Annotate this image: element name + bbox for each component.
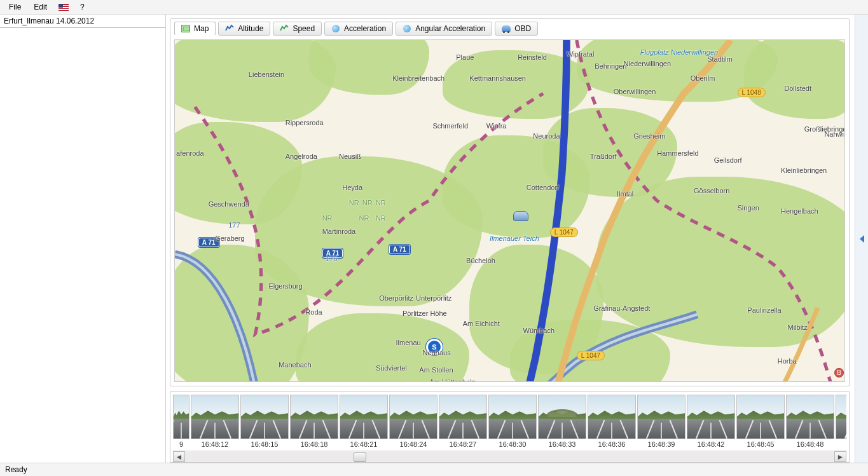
- map-label: Rippersroda: [286, 119, 324, 126]
- thumbnail[interactable]: 16:48:36: [588, 395, 636, 451]
- status-text: Ready: [5, 465, 27, 474]
- tab-map[interactable]: Map: [174, 22, 216, 36]
- map-label: NR: [349, 199, 359, 207]
- map-label: Wipfra: [486, 122, 507, 130]
- app-window: File Edit ? Erfurt_Ilmenau 14.06.2012: [0, 0, 868, 476]
- sidebar-item-track[interactable]: Erfurt_Ilmenau 14.06.2012: [0, 15, 165, 28]
- thumbnail-time: 16:48:42: [698, 439, 725, 451]
- map-label: Südviertel: [376, 364, 407, 372]
- map-label: Reinsfeld: [518, 53, 547, 61]
- thumbnail-row[interactable]: 916:48:1216:48:1516:48:1816:48:2116:48:2…: [173, 395, 846, 451]
- thumbnail-time: 16:48:39: [648, 439, 675, 451]
- map-viewport[interactable]: S A 71 A 71 A 71 L 1047 L 1047 L 1048 B …: [174, 39, 845, 382]
- map-label: Martinroda: [322, 228, 356, 235]
- thumbnail[interactable]: 9: [173, 395, 189, 451]
- tab-obd[interactable]: OBD: [495, 22, 538, 36]
- thumbnail-time: 16:48:36: [598, 439, 626, 451]
- dashcam-frame: [173, 395, 189, 439]
- map-label: Stadtilm: [707, 55, 733, 63]
- chart-icon: [280, 24, 289, 33]
- status-bar: Ready: [0, 463, 868, 476]
- map-label: Nahwinde: [824, 130, 845, 138]
- map-label: Ilmenauer Teich: [490, 235, 539, 242]
- thumbnail[interactable]: 16:48:30: [488, 395, 537, 451]
- tab-altitude[interactable]: Altitude: [218, 22, 270, 36]
- menu-edit[interactable]: Edit: [27, 1, 53, 13]
- map-label: Liebenstein: [249, 71, 284, 78]
- tab-acceleration[interactable]: Acceleration: [324, 22, 393, 36]
- map-label: Paulinzella: [747, 306, 781, 314]
- map-label: Geschwenda: [209, 200, 249, 208]
- thumbnail-time: 16:48:12: [202, 439, 229, 451]
- map-label: Kleinbreitenbach: [392, 74, 444, 82]
- thumbnail-time: 16:48:30: [499, 439, 527, 451]
- thumbnail[interactable]: 16:48:45: [736, 395, 785, 451]
- map-label: Hammersfeld: [657, 149, 698, 157]
- map-label: Pörlitzer Höhe: [403, 309, 447, 317]
- thumbnail-time: 16:48:24: [400, 439, 427, 451]
- map-label: NR: [376, 214, 386, 222]
- map-label: Flugplatz Niederwillingen: [640, 48, 718, 56]
- chart-icon: [225, 24, 234, 33]
- map-icon: [181, 24, 190, 33]
- dashcam-frame: [736, 395, 785, 439]
- map-label: Behringen: [595, 62, 626, 70]
- map-label: Elgersburg: [268, 282, 302, 290]
- thumbnail[interactable]: 16:48:48: [786, 395, 834, 451]
- map-label: Am Eichicht: [463, 320, 500, 327]
- tab-label: Angular Acceleration: [415, 24, 485, 33]
- thumbnail[interactable]: 16:48:33: [538, 395, 586, 451]
- menu-help[interactable]: ?: [74, 1, 91, 13]
- thumbnail[interactable]: 16:48:12: [191, 395, 239, 451]
- thumbnail[interactable]: 16:48:24: [389, 395, 437, 451]
- map-label: 176: [326, 255, 337, 262]
- dashcam-frame: [637, 395, 685, 439]
- thumbnail[interactable]: 16:48:18: [290, 395, 338, 451]
- map-label: Manebach: [279, 361, 311, 369]
- tab-label: Map: [194, 24, 209, 33]
- map-label: Kleinliebringen: [781, 167, 827, 174]
- scroll-right-icon[interactable]: ►: [834, 451, 846, 462]
- map-label: Angelroda: [286, 153, 317, 160]
- map-label: Hengelbach: [781, 207, 818, 215]
- thumbnail[interactable]: 16:48:15: [240, 395, 289, 451]
- tab-angular-acceleration[interactable]: Angular Acceleration: [396, 22, 492, 36]
- dashcam-frame: [786, 395, 834, 439]
- scroll-handle[interactable]: [354, 452, 366, 462]
- dashcam-frame: [588, 395, 636, 439]
- scroll-track[interactable]: [185, 452, 834, 461]
- road-shield: L 1048: [738, 88, 766, 97]
- accel-icon: [331, 24, 340, 33]
- sidebar-list[interactable]: Erfurt_Ilmenau 14.06.2012: [0, 15, 165, 463]
- menu-file[interactable]: File: [3, 1, 27, 13]
- map-label: Gräfinau-Angstedt: [593, 304, 650, 312]
- thumbnail[interactable]: 16:48:39: [637, 395, 685, 451]
- map-label: Geraberg: [215, 235, 244, 242]
- tab-speed[interactable]: Speed: [273, 22, 322, 36]
- dashcam-frame: [389, 395, 437, 439]
- thumbnail-time: 16:48:21: [350, 439, 378, 451]
- dashcam-frame: [488, 395, 537, 439]
- chevron-left-icon: [860, 235, 864, 243]
- tab-label: OBD: [514, 24, 531, 33]
- dashcam-frame: [687, 395, 735, 439]
- map-label: NR: [322, 214, 333, 222]
- horizontal-scrollbar[interactable]: ◄ ►: [173, 451, 846, 462]
- accel-icon: [403, 24, 411, 33]
- thumbnail[interactable]: 16:48:27: [439, 395, 487, 451]
- dashcam-frame: [240, 395, 289, 439]
- collapse-right-panel[interactable]: [855, 15, 868, 463]
- map-label: Oberpörlitz: [379, 294, 413, 302]
- map-label: Horba: [778, 357, 797, 365]
- dashcam-frame: [191, 395, 239, 439]
- flag-icon[interactable]: [59, 4, 69, 11]
- map-label: Unterpörlitz: [416, 294, 451, 302]
- dashcam-frame: [836, 395, 846, 439]
- map-label: Griesheim: [633, 132, 665, 140]
- workspace: Erfurt_Ilmenau 14.06.2012 Map: [0, 15, 868, 463]
- thumbnail[interactable]: 16:48:42: [687, 395, 735, 451]
- map-label: Oberwillingen: [614, 88, 656, 95]
- scroll-left-icon[interactable]: ◄: [173, 451, 185, 462]
- thumbnail[interactable]: 16:48:51: [836, 395, 846, 451]
- thumbnail[interactable]: 16:48:21: [340, 395, 388, 451]
